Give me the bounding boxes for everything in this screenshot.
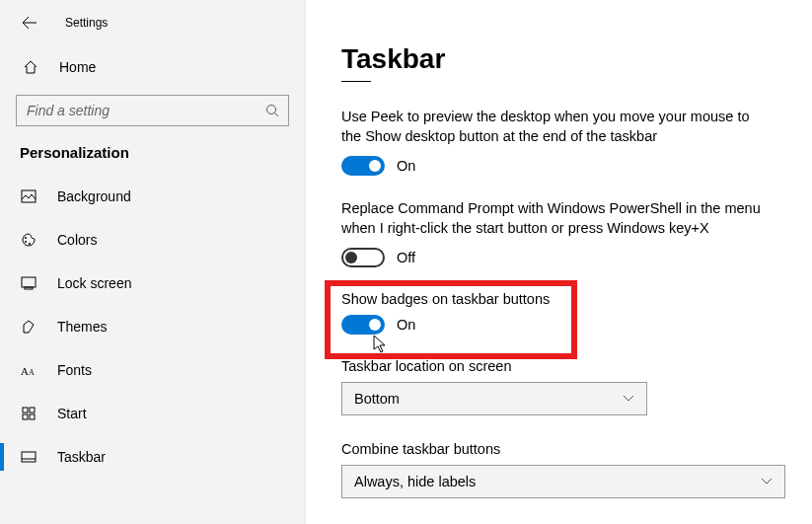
palette-icon	[20, 232, 37, 248]
sidebar-item-colors[interactable]: Colors	[0, 218, 305, 262]
chevron-down-icon	[623, 395, 634, 403]
sidebar-item-label: Taskbar	[57, 449, 106, 465]
svg-text:A: A	[21, 365, 29, 377]
badges-toggle-row: On	[341, 315, 780, 335]
sidebar-item-background[interactable]: Background	[0, 175, 305, 218]
location-value: Bottom	[354, 391, 400, 407]
sidebar-item-label: Lock screen	[57, 275, 131, 291]
search-input[interactable]	[16, 95, 289, 126]
sidebar-item-lock-screen[interactable]: Lock screen	[0, 262, 305, 305]
sidebar: Settings Home Personalization Background	[0, 0, 306, 524]
themes-icon	[20, 319, 37, 335]
sidebar-item-label: Fonts	[57, 362, 92, 378]
lock-screen-icon	[20, 276, 37, 290]
search-icon	[265, 104, 279, 117]
home-label: Home	[59, 59, 96, 75]
svg-point-3	[25, 237, 27, 239]
svg-point-5	[29, 243, 31, 245]
powershell-description: Replace Command Prompt with Windows Powe…	[341, 199, 766, 238]
search-container	[16, 95, 289, 126]
peek-description: Use Peek to preview the desktop when you…	[341, 108, 766, 146]
peek-toggle-row: On	[341, 156, 780, 176]
badges-toggle[interactable]	[341, 315, 385, 335]
page-title: Taskbar	[341, 43, 780, 75]
powershell-toggle[interactable]	[341, 248, 385, 267]
svg-line-1	[275, 113, 279, 117]
svg-rect-10	[23, 408, 28, 412]
peek-toggle[interactable]	[341, 156, 385, 176]
title-row: Settings	[0, 0, 305, 39]
sidebar-item-fonts[interactable]: AA Fonts	[0, 348, 305, 392]
svg-rect-14	[22, 452, 36, 462]
home-icon	[22, 59, 39, 75]
svg-rect-6	[22, 277, 36, 287]
combine-value: Always, hide labels	[354, 474, 476, 489]
title-underline	[341, 81, 371, 82]
fonts-icon: AA	[20, 363, 37, 377]
location-label: Taskbar location on screen	[341, 358, 780, 374]
chevron-down-icon	[761, 478, 773, 486]
main-content: Taskbar Use Peek to preview the desktop …	[306, 0, 812, 524]
location-select[interactable]: Bottom	[341, 382, 647, 415]
powershell-toggle-state: Off	[397, 250, 415, 265]
sidebar-item-taskbar[interactable]: Taskbar	[0, 435, 305, 479]
sidebar-item-label: Background	[57, 188, 131, 204]
svg-text:A: A	[29, 368, 35, 377]
sidebar-item-label: Start	[57, 406, 87, 421]
powershell-toggle-row: Off	[341, 248, 780, 267]
svg-rect-12	[23, 414, 28, 419]
picture-icon	[20, 189, 37, 203]
svg-rect-11	[30, 408, 35, 412]
peek-toggle-state: On	[397, 158, 415, 174]
start-icon	[20, 407, 37, 420]
svg-point-0	[267, 106, 276, 114]
svg-rect-7	[25, 287, 33, 289]
window-title: Settings	[65, 16, 108, 30]
sidebar-item-label: Colors	[57, 232, 97, 248]
badges-label: Show badges on taskbar buttons	[341, 291, 780, 307]
section-header: Personalization	[0, 144, 305, 175]
sidebar-item-start[interactable]: Start	[0, 392, 305, 435]
nav-list: Background Colors Lock screen Themes	[0, 175, 305, 479]
badges-toggle-state: On	[397, 317, 415, 333]
svg-point-4	[25, 241, 27, 243]
back-button[interactable]	[22, 16, 41, 30]
taskbar-icon	[20, 451, 37, 463]
sidebar-item-label: Themes	[57, 319, 108, 335]
sidebar-item-themes[interactable]: Themes	[0, 305, 305, 348]
home-nav[interactable]: Home	[0, 49, 305, 85]
combine-label: Combine taskbar buttons	[341, 441, 780, 457]
combine-select[interactable]: Always, hide labels	[341, 465, 785, 498]
svg-rect-13	[30, 414, 35, 419]
